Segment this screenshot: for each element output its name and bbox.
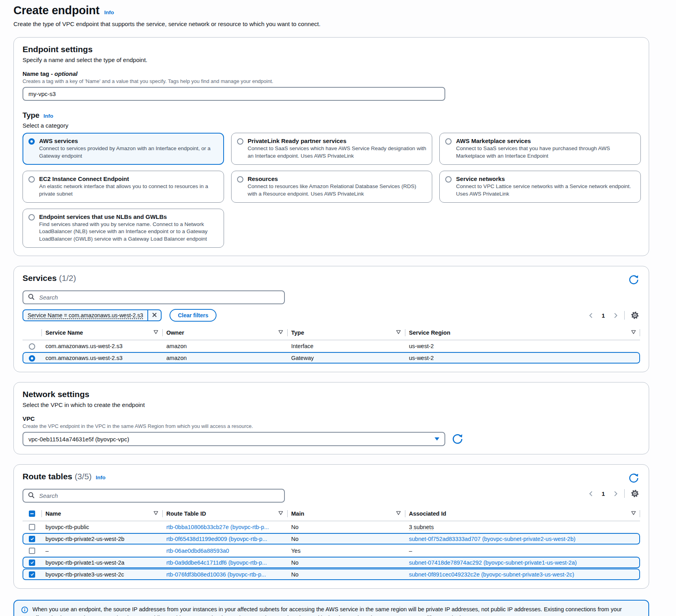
row-radio-checked[interactable]: [29, 355, 35, 362]
route-tables-search[interactable]: [23, 489, 285, 503]
route-tables-search-input[interactable]: [38, 492, 280, 499]
subnets-popover-trigger[interactable]: 3 subnets: [409, 524, 434, 530]
endpoint-settings-card: Endpoint settings Specify a name and sel…: [13, 37, 649, 256]
table-preferences-button[interactable]: [630, 310, 640, 320]
column-header-owner[interactable]: Owner: [162, 326, 287, 340]
filter-icon[interactable]: [278, 511, 283, 517]
clear-filters-button[interactable]: Clear filters: [169, 309, 217, 322]
endpoint-settings-description: Specify a name and select the type of en…: [23, 57, 640, 63]
column-header-type[interactable]: Type: [287, 326, 405, 340]
filter-icon[interactable]: [631, 330, 636, 336]
column-header-service-region[interactable]: Service Region: [405, 326, 640, 340]
network-settings-title: Network settings: [23, 390, 89, 399]
column-header-name[interactable]: Name: [41, 507, 162, 521]
search-icon: [28, 492, 35, 500]
service-name-filter-token: Service Name = com.amazonaws.us-west-2.s…: [23, 309, 162, 321]
route-table-id-link[interactable]: rtb-076fdf3b08ed10036 (byovpc-rtb-p...: [166, 571, 266, 578]
route-tables-title: Route tables (3/5): [23, 472, 92, 481]
row-checkbox-checked[interactable]: [29, 571, 35, 578]
vpc-refresh-button[interactable]: [451, 432, 464, 446]
column-header-main[interactable]: Main: [287, 507, 405, 521]
route-table-row[interactable]: byovpc-rtb-public rtb-0bba10806b33cb27e …: [23, 521, 640, 533]
route-table-row[interactable]: byovpc-rtb-private1-us-west-2a rtb-0a9dd…: [23, 557, 640, 569]
type-info-link[interactable]: Info: [43, 113, 53, 119]
main-cell: No: [287, 536, 405, 542]
route-table-id-link[interactable]: rtb-0bba10806b33cb27e (byovpc-rtb-p...: [166, 524, 269, 530]
type-option-nlb-gwlb-services[interactable]: Endpoint services that use NLBs and GWLB…: [23, 209, 224, 248]
create-endpoint-page: Create endpoint Info Create the type of …: [0, 0, 676, 616]
associated-subnet-link[interactable]: subnet-0f891cec049232c2e (byovpc-subnet-…: [409, 571, 574, 578]
radio-icon: [28, 214, 35, 220]
page-title: Create endpoint: [13, 4, 100, 17]
page-header: Create endpoint Info: [13, 4, 676, 17]
type-option-marketplace[interactable]: AWS Marketplace services Connect to SaaS…: [439, 133, 641, 165]
filter-token-text[interactable]: Service Name = com.amazonaws.us-west-2.s…: [23, 310, 147, 320]
chevron-left-icon: [588, 492, 594, 498]
type-option-ec2-instance-connect[interactable]: EC2 Instance Connect Endpoint An elastic…: [23, 171, 224, 203]
previous-page-button[interactable]: [587, 490, 595, 497]
type-description: Select a category: [23, 122, 640, 129]
next-page-button[interactable]: [612, 312, 619, 319]
type-option-title: PrivateLink Ready partner services: [248, 138, 427, 144]
filter-icon[interactable]: [631, 511, 636, 517]
column-header-service-name[interactable]: Service Name: [41, 326, 162, 340]
route-table-row[interactable]: byovpc-rtb-private3-us-west-2c rtb-076fd…: [23, 569, 640, 580]
radio-icon: [445, 138, 452, 145]
banner-text: When you use an endpoint, the source IP …: [32, 605, 641, 616]
services-refresh-button[interactable]: [627, 273, 640, 286]
type-option-title: AWS Marketplace services: [456, 138, 635, 144]
type-option-title: AWS services: [39, 138, 218, 144]
type-option-title: Endpoint services that use NLBs and GWLB…: [39, 213, 218, 220]
name-tag-input[interactable]: [23, 87, 445, 101]
name-tag-constraint: Creates a tag with a key of 'Name' and a…: [23, 78, 640, 84]
services-pagination: 1: [587, 310, 640, 320]
filter-token-dismiss-button[interactable]: [147, 310, 161, 320]
filter-icon[interactable]: [396, 511, 401, 517]
column-header-associated-id[interactable]: Associated Id: [405, 507, 640, 521]
column-header-route-table-id[interactable]: Route Table ID: [162, 507, 287, 521]
route-tables-table-header: Name Route Table ID Main Associated Id: [23, 507, 640, 521]
previous-page-button[interactable]: [587, 312, 595, 319]
associated-subnet-link[interactable]: subnet-07418de78974ac292 (byovpc-subnet-…: [409, 559, 577, 566]
main-cell: Yes: [287, 548, 405, 554]
route-table-id-link[interactable]: rtb-06ae0dbd6a88593a0: [166, 548, 229, 554]
route-table-id-link[interactable]: rtb-0a9ddbe64c1711df6 (byovpc-rtb-p...: [166, 559, 267, 566]
filter-icon[interactable]: [278, 330, 283, 336]
type-option-privatelink-partner[interactable]: PrivateLink Ready partner services Conne…: [231, 133, 433, 165]
services-card: Services (1/2) Service Name = com.amazon…: [13, 266, 649, 372]
page-info-link[interactable]: Info: [104, 9, 114, 15]
select-all-checkbox[interactable]: [29, 511, 35, 517]
table-preferences-button[interactable]: [630, 488, 640, 499]
row-checkbox[interactable]: [29, 524, 35, 530]
filter-icon[interactable]: [153, 511, 158, 517]
associated-subnet-link[interactable]: subnet-0f752ad83333ad707 (byovpc-subnet-…: [409, 536, 576, 542]
filter-icon[interactable]: [153, 330, 158, 336]
service-row-interface[interactable]: com.amazonaws.us-west-2.s3 amazon Interf…: [23, 340, 640, 352]
row-checkbox-checked[interactable]: [29, 536, 35, 542]
vpc-select[interactable]: vpc-0eb11514a74631e5f (byovpc-vpc): [23, 432, 445, 446]
filter-icon[interactable]: [396, 330, 401, 336]
services-search[interactable]: [23, 290, 285, 304]
next-page-button[interactable]: [612, 490, 619, 497]
current-page-number[interactable]: 1: [600, 490, 606, 497]
route-tables-card: Route tables (3/5) Info 1: [13, 464, 649, 589]
route-tables-pagination: 1: [587, 488, 640, 499]
current-page-number[interactable]: 1: [600, 312, 606, 319]
type-option-title: Resources: [248, 175, 427, 182]
radio-icon: [445, 176, 452, 183]
route-tables-refresh-button[interactable]: [627, 472, 640, 484]
type-option-service-networks[interactable]: Service networks Connect to VPC Lattice …: [439, 171, 641, 203]
services-search-input[interactable]: [38, 294, 280, 301]
type-option-resources[interactable]: Resources Connect to resources like Amaz…: [231, 171, 433, 203]
page-subtitle: Create the type of VPC endpoint that sup…: [13, 21, 676, 27]
row-radio[interactable]: [29, 343, 35, 350]
type-option-aws-services[interactable]: AWS services Connect to services provide…: [23, 133, 224, 165]
route-tables-info-link[interactable]: Info: [96, 475, 105, 480]
row-checkbox-checked[interactable]: [29, 559, 35, 566]
service-row-gateway[interactable]: com.amazonaws.us-west-2.s3 amazon Gatewa…: [23, 352, 640, 364]
row-checkbox[interactable]: [29, 548, 35, 554]
radio-icon: [237, 138, 243, 145]
route-table-row[interactable]: byovpc-rtb-private2-us-west-2b rtb-0f654…: [23, 533, 640, 545]
route-table-id-link[interactable]: rtb-0f65438d1199ed009 (byovpc-rtb-p...: [166, 536, 267, 542]
route-table-row[interactable]: – rtb-06ae0dbd6a88593a0 Yes –: [23, 545, 640, 557]
